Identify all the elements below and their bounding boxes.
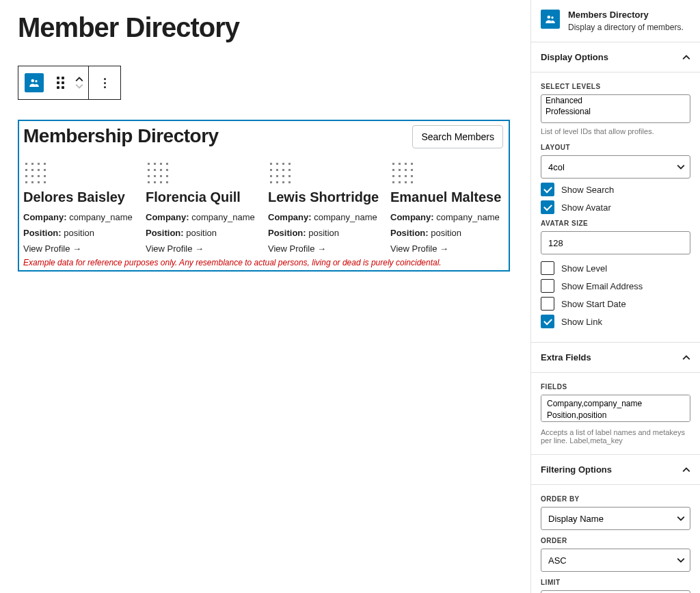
position-label: Position: (146, 228, 184, 238)
panel-extra-body: FIELDS Accepts a list of label names and… (531, 372, 700, 455)
panel-filtering-body: ORDER BY Display Name ORDER ASC LIMIT (531, 484, 700, 593)
limit-label: LIMIT (541, 579, 690, 586)
panel-title: Filtering Options (541, 464, 612, 475)
chevron-down-icon (75, 83, 83, 89)
members-grid: Delores Baisley Company: company_name Po… (23, 161, 504, 254)
block-toolbar (18, 66, 121, 100)
member-card: Florencia Quill Company: company_name Po… (146, 161, 260, 254)
position-value: position (308, 228, 339, 238)
checkbox-label: Show Email Address (561, 281, 643, 291)
view-profile-link[interactable]: View Profile → (268, 243, 382, 254)
order-select[interactable]: ASC (541, 549, 690, 572)
member-card: Lewis Shortridge Company: company_name P… (268, 161, 382, 254)
drag-handle[interactable] (50, 66, 70, 99)
block-card-desc: Display a directory of members. (568, 23, 684, 32)
avatar-size-label: AVATAR SIZE (541, 220, 690, 227)
checkbox-label: Show Search (561, 185, 614, 195)
panel-title: Display Options (541, 52, 608, 62)
company-label: Company: (268, 212, 312, 222)
chevron-up-icon (682, 466, 690, 474)
panel-filtering-options[interactable]: Filtering Options (531, 455, 700, 485)
view-profile-link[interactable]: View Profile → (146, 243, 260, 254)
fields-help: Accepts a list of label names and metake… (541, 428, 690, 445)
member-card: Emanuel Maltese Company: company_name Po… (390, 161, 504, 254)
panel-extra-fields[interactable]: Extra Fields (531, 343, 700, 373)
avatar-placeholder-icon (23, 161, 48, 185)
checkbox-label: Show Level (561, 263, 607, 274)
checkbox-label: Show Link (561, 317, 602, 327)
page-title: Member Directory (18, 12, 513, 43)
avatar-placeholder-icon (146, 161, 170, 185)
chevron-up-icon (682, 354, 690, 362)
position-label: Position: (268, 228, 306, 238)
position-value: position (64, 228, 94, 238)
chevron-up-icon (75, 77, 83, 82)
company-label: Company: (23, 212, 67, 222)
order-label: ORDER (541, 537, 690, 544)
checkbox-icon (541, 183, 554, 196)
fields-label: FIELDS (541, 383, 690, 391)
company-value: company_name (436, 212, 500, 222)
avatar-placeholder-icon (268, 161, 293, 185)
company-label: Company: (390, 212, 434, 222)
order-by-select[interactable]: Display Name (541, 507, 690, 530)
company-value: company_name (191, 212, 255, 222)
show-search-checkbox[interactable]: Show Search (541, 183, 690, 196)
member-card: Delores Baisley Company: company_name Po… (23, 161, 137, 254)
svg-point-1 (35, 80, 37, 82)
fields-textarea[interactable] (541, 395, 690, 422)
select-levels-label: SELECT LEVELS (541, 83, 690, 90)
member-name: Delores Baisley (23, 189, 137, 205)
search-members-button[interactable]: Search Members (412, 125, 503, 148)
member-name: Florencia Quill (146, 189, 260, 205)
member-name: Emanuel Maltese (390, 189, 504, 205)
view-profile-link[interactable]: View Profile → (23, 243, 137, 254)
avatar-placeholder-icon (390, 161, 415, 185)
member-name: Lewis Shortridge (268, 189, 382, 205)
drag-icon (57, 77, 64, 89)
company-value: company_name (69, 212, 133, 222)
position-label: Position: (390, 228, 429, 238)
chevron-up-icon (682, 53, 690, 62)
avatar-size-input[interactable] (541, 231, 690, 254)
block-card-title: Members Directory (568, 10, 684, 20)
panel-display-body: SELECT LEVELS Enhanced Professional List… (531, 72, 700, 343)
layout-select[interactable]: 4col (541, 155, 690, 179)
show-start-date-checkbox[interactable]: Show Start Date (541, 297, 690, 311)
members-directory-block[interactable]: Membership Directory Search Members Delo… (18, 120, 510, 272)
checkbox-icon (541, 315, 554, 328)
company-value: company_name (314, 212, 377, 222)
more-icon (104, 78, 106, 88)
company-label: Company: (146, 212, 189, 222)
position-label: Position: (23, 228, 62, 238)
select-levels-listbox[interactable]: Enhanced Professional (541, 94, 690, 123)
block-type-button[interactable] (18, 66, 50, 99)
checkbox-icon (541, 200, 554, 214)
block-card: Members Directory Display a directory of… (531, 0, 700, 42)
levels-help: List of level IDs that allow profiles. (541, 127, 690, 135)
more-options-button[interactable] (89, 66, 120, 99)
layout-label: LAYOUT (541, 144, 690, 151)
checkbox-label: Show Avatar (561, 202, 611, 213)
order-by-label: ORDER BY (541, 495, 690, 503)
checkbox-icon (541, 279, 554, 293)
editor-canvas: Member Directory lock Membership Directo… (0, 0, 530, 593)
view-profile-link[interactable]: View Profile → (390, 243, 504, 254)
show-level-checkbox[interactable]: Show Level (541, 261, 690, 275)
position-value: position (186, 228, 217, 238)
inspector-sidebar: Members Directory Display a directory of… (530, 0, 700, 593)
show-email-checkbox[interactable]: Show Email Address (541, 279, 690, 293)
position-value: position (431, 228, 461, 238)
show-avatar-checkbox[interactable]: Show Avatar (541, 200, 690, 214)
members-icon (25, 73, 44, 92)
panel-title: Extra Fields (541, 352, 591, 363)
show-link-checkbox[interactable]: Show Link (541, 315, 690, 328)
checkbox-icon (541, 297, 554, 311)
move-arrows[interactable] (70, 66, 88, 99)
checkbox-label: Show Start Date (561, 299, 626, 309)
disclaimer-text: Example data for reference purposes only… (23, 258, 504, 267)
limit-input[interactable] (541, 590, 690, 593)
checkbox-icon (541, 261, 554, 275)
panel-display-options[interactable]: Display Options (531, 42, 700, 73)
members-icon (541, 10, 560, 29)
